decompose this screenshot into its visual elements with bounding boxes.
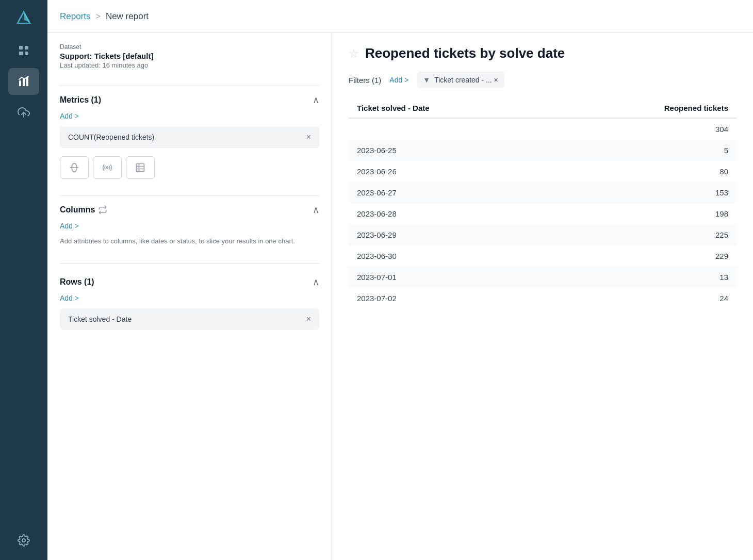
metrics-header: Metrics (1) ∧	[60, 94, 319, 106]
svg-rect-7	[19, 80, 21, 86]
columns-header: Columns ∧	[60, 204, 319, 216]
divider-1	[60, 86, 319, 86]
metrics-title: Metrics (1)	[60, 95, 101, 105]
metrics-toggle[interactable]: ∧	[313, 94, 319, 106]
rows-chip-close[interactable]: ×	[306, 315, 311, 324]
filters-bar: Filters (1) Add > ▼ Ticket created - ...…	[349, 72, 736, 88]
table-cell-date: 2023-07-02	[349, 288, 552, 309]
svg-rect-9	[26, 77, 28, 86]
svg-rect-3	[19, 46, 23, 50]
table-cell-value: 24	[552, 288, 736, 309]
table-cell-value: 198	[552, 203, 736, 224]
rows-title: Rows (1)	[60, 277, 94, 287]
main-content: Reports > New report Dataset Support: Ti…	[47, 0, 753, 560]
sidebar-item-reports[interactable]	[8, 68, 39, 95]
rows-chip-label: Ticket solved - Date	[68, 315, 132, 323]
table-col-date: Ticket solved - Date	[349, 98, 552, 118]
table-row: 2023-06-29225	[349, 224, 736, 245]
table-row: 2023-06-27153	[349, 182, 736, 203]
table-col-tickets: Reopened tickets	[552, 98, 736, 118]
table-cell-date	[349, 118, 552, 140]
table-cell-date: 2023-06-29	[349, 224, 552, 245]
chart-icon-table[interactable]	[60, 156, 89, 179]
metrics-chip-label: COUNT(Reopened tickets)	[68, 133, 154, 141]
table-cell-date: 2023-07-01	[349, 267, 552, 288]
columns-toggle[interactable]: ∧	[313, 204, 319, 216]
filter-chip-text: Ticket created - ... ×	[434, 76, 498, 84]
table-row: 304	[349, 118, 736, 140]
filter-chip-ticket-created[interactable]: ▼ Ticket created - ... ×	[417, 72, 504, 88]
table-cell-date: 2023-06-30	[349, 245, 552, 267]
dataset-section: Dataset Support: Tickets [default] Last …	[60, 43, 319, 69]
svg-rect-5	[19, 52, 23, 55]
sidebar-item-upload[interactable]	[8, 99, 39, 126]
rows-header: Rows (1) ∧	[60, 276, 319, 288]
filters-add-link[interactable]: Add >	[389, 76, 408, 84]
table-cell-date: 2023-06-28	[349, 203, 552, 224]
logo[interactable]	[12, 6, 35, 29]
dataset-name: Support: Tickets [default]	[60, 52, 319, 60]
columns-add-link[interactable]: Add >	[60, 222, 319, 230]
dataset-label: Dataset	[60, 43, 319, 51]
data-table: Ticket solved - Date Reopened tickets 30…	[349, 98, 736, 309]
sidebar	[0, 0, 47, 560]
table-cell-date: 2023-06-26	[349, 161, 552, 182]
left-panel: Dataset Support: Tickets [default] Last …	[47, 33, 332, 560]
metrics-add-link[interactable]: Add >	[60, 112, 319, 120]
columns-placeholder: Add attributes to columns, like dates or…	[60, 236, 319, 247]
table-cell-value: 153	[552, 182, 736, 203]
table-row: 2023-06-28198	[349, 203, 736, 224]
rows-toggle[interactable]: ∧	[313, 276, 319, 288]
table-cell-value: 80	[552, 161, 736, 182]
divider-3	[60, 263, 319, 264]
table-row: 2023-06-30229	[349, 245, 736, 267]
columns-section: Columns ∧ Add > Add attributes to column…	[60, 204, 319, 259]
metrics-chip[interactable]: COUNT(Reopened tickets) ×	[60, 126, 319, 148]
svg-rect-6	[25, 52, 28, 55]
rows-section: Rows (1) ∧ Add > Ticket solved - Date ×	[60, 276, 319, 338]
metrics-section: Metrics (1) ∧ Add > COUNT(Reopened ticke…	[60, 94, 319, 191]
rows-chip[interactable]: Ticket solved - Date ×	[60, 308, 319, 330]
svg-rect-4	[25, 46, 28, 50]
table-row: 2023-06-255	[349, 140, 736, 161]
report-title: Reopened tickets by solve date	[365, 45, 565, 61]
table-row: 2023-07-0224	[349, 288, 736, 309]
divider-2	[60, 195, 319, 196]
rows-add-link[interactable]: Add >	[60, 294, 319, 302]
content-area: Dataset Support: Tickets [default] Last …	[47, 33, 753, 560]
filter-funnel-icon: ▼	[423, 76, 430, 84]
chart-type-icons	[60, 156, 319, 179]
breadcrumb-separator: >	[96, 12, 101, 21]
report-header: ☆ Reopened tickets by solve date	[349, 45, 736, 61]
sidebar-item-settings[interactable]	[8, 527, 39, 554]
columns-title: Columns	[60, 205, 107, 215]
table-row: 2023-07-0113	[349, 267, 736, 288]
table-cell-value: 229	[552, 245, 736, 267]
table-cell-value: 225	[552, 224, 736, 245]
chart-icon-table-grid[interactable]	[126, 156, 155, 179]
right-panel: ☆ Reopened tickets by solve date Filters…	[332, 33, 753, 560]
breadcrumb: Reports > New report	[60, 11, 149, 22]
dataset-updated: Last updated: 16 minutes ago	[60, 61, 319, 69]
table-cell-date: 2023-06-27	[349, 182, 552, 203]
sidebar-item-dashboard[interactable]	[8, 37, 39, 64]
table-cell-date: 2023-06-25	[349, 140, 552, 161]
favorite-star-icon[interactable]: ☆	[349, 47, 359, 60]
table-cell-value: 13	[552, 267, 736, 288]
svg-point-11	[22, 539, 25, 542]
topbar: Reports > New report	[47, 0, 753, 33]
svg-rect-13	[137, 164, 144, 172]
breadcrumb-current: New report	[106, 11, 149, 22]
filters-label: Filters (1)	[349, 76, 381, 85]
table-row: 2023-06-2680	[349, 161, 736, 182]
svg-rect-8	[23, 78, 25, 86]
table-cell-value: 5	[552, 140, 736, 161]
table-cell-value: 304	[552, 118, 736, 140]
metrics-chip-close[interactable]: ×	[306, 133, 311, 142]
breadcrumb-reports-link[interactable]: Reports	[60, 11, 91, 22]
svg-point-12	[106, 167, 108, 168]
chart-icon-radio[interactable]	[93, 156, 122, 179]
